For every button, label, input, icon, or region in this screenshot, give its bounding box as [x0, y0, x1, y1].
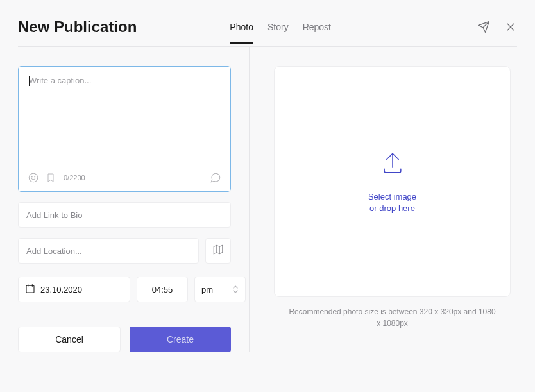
- caption-input[interactable]: Write a caption...: [18, 66, 231, 192]
- size-hint: Recommended photo size is between 320 x …: [274, 306, 511, 329]
- date-input[interactable]: 23.10.2020: [18, 277, 130, 302]
- tab-photo[interactable]: Photo: [230, 22, 253, 44]
- bio-link-input[interactable]: Add Link to Bio: [18, 202, 231, 228]
- char-count: 0/2200: [64, 174, 85, 182]
- emoji-icon[interactable]: [28, 172, 39, 183]
- page-title: New Publication: [18, 18, 137, 46]
- image-drop-zone[interactable]: Select image or drop here: [274, 66, 511, 297]
- svg-marker-5: [214, 245, 223, 254]
- time-input[interactable]: 04:55: [137, 277, 188, 302]
- time-value: 04:55: [152, 285, 173, 294]
- svg-point-3: [31, 176, 32, 177]
- bio-link-placeholder: Add Link to Bio: [26, 210, 82, 220]
- close-icon[interactable]: [504, 21, 517, 33]
- upload-icon: [378, 149, 407, 180]
- stepper-icon: [232, 285, 239, 294]
- location-placeholder: Add Location...: [26, 246, 82, 256]
- send-icon[interactable]: [477, 21, 490, 33]
- dropzone-text: Select image or drop here: [368, 191, 416, 214]
- bookmark-icon[interactable]: [46, 172, 57, 183]
- tab-story[interactable]: Story: [268, 22, 289, 44]
- svg-point-4: [35, 176, 35, 177]
- location-input[interactable]: Add Location...: [18, 238, 199, 264]
- calendar-icon: [25, 284, 35, 296]
- date-value: 23.10.2020: [40, 285, 82, 294]
- create-button[interactable]: Create: [130, 327, 231, 352]
- svg-point-2: [29, 173, 38, 182]
- caption-placeholder: Write a caption...: [29, 76, 91, 85]
- header: New Publication Photo Story Repost: [18, 18, 517, 47]
- ampm-value: pm: [201, 285, 213, 294]
- tab-repost[interactable]: Repost: [303, 22, 331, 44]
- tabs: Photo Story Repost: [230, 22, 331, 43]
- comment-icon[interactable]: [210, 172, 221, 183]
- map-icon: [212, 244, 224, 258]
- svg-rect-8: [26, 285, 34, 293]
- map-button[interactable]: [205, 238, 231, 264]
- ampm-select[interactable]: pm: [194, 277, 246, 302]
- cancel-button[interactable]: Cancel: [18, 327, 121, 352]
